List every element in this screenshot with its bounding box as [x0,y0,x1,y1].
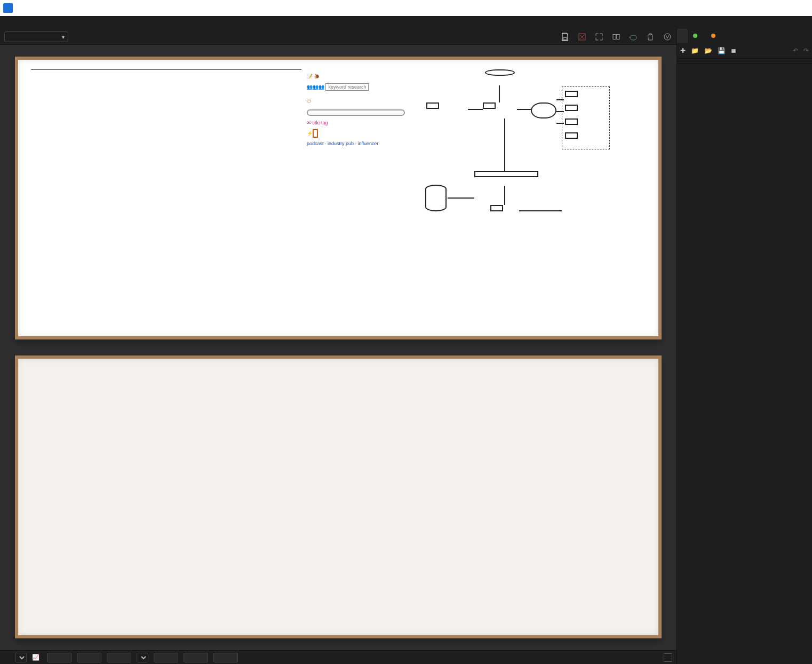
side-panel: ✚ 📁 📂 💾 ≣ ↶ ↷ [676,29,812,664]
svg-rect-3 [617,34,619,39]
red-channel-toggle[interactable] [75,33,83,41]
status-dot-icon [693,34,697,38]
app-window: 📝 🐌 👥👥👥 keyword research 🛡 ✉ title tag ⚡… [0,0,812,664]
title-bar[interactable] [0,0,812,16]
hsv-h[interactable] [154,653,178,662]
zoom-select[interactable] [15,653,27,662]
tab-status[interactable] [688,29,706,43]
svg-rect-2 [613,34,616,39]
rendered-whiteboard: 📝 🐌 👥👥👥 keyword research 🛡 ✉ title tag ⚡… [15,57,662,339]
save-layer-icon[interactable]: 💾 [718,47,726,54]
undo-icon[interactable]: ↶ [793,47,798,54]
tab-log[interactable] [706,29,724,43]
status-bar: 📈 [0,650,676,664]
blue-channel-toggle[interactable] [98,33,107,41]
mono-channel-toggle[interactable] [110,33,118,41]
node-customer [426,102,439,109]
trash-icon[interactable] [646,32,655,42]
whiteboard-title [31,69,301,70]
add-layer-icon[interactable]: ✚ [680,47,686,54]
doodle-click [307,109,405,116]
raw-g[interactable] [77,653,101,662]
chevron-down-icon [62,33,65,41]
green-channel-toggle[interactable] [86,33,95,41]
teapot-icon[interactable] [628,32,638,42]
doodle-fast [313,129,318,138]
raw-b[interactable] [107,653,131,662]
viewport-toolbar [0,29,676,45]
folder-icon[interactable]: 📁 [691,47,699,54]
menu-bar [0,16,812,29]
tab-layers[interactable] [677,29,688,43]
hsv-v[interactable] [213,653,238,662]
close-window-button[interactable] [787,0,812,16]
svg-rect-0 [563,37,567,39]
redo-icon[interactable]: ↷ [803,47,809,54]
whiteboard-diagram [410,69,646,327]
log-dot-icon [711,34,715,38]
node-portal [490,205,503,211]
color-mode-select[interactable] [137,653,148,662]
close-image-icon[interactable] [577,32,587,42]
node-product [483,102,496,109]
vray-logo-icon[interactable] [663,32,672,42]
render-viewport[interactable]: 📝 🐌 👥👥👥 keyword research 🛡 ✉ title tag ⚡… [0,45,676,650]
compare-icon[interactable] [611,32,621,42]
node-api [531,102,556,118]
rendered-moodboard [15,355,662,638]
node-selfservice [474,171,538,177]
raw-r[interactable] [47,653,71,662]
restore-down-button[interactable] [698,0,722,16]
region-render-icon[interactable] [594,32,604,42]
attributes-header [677,64,812,70]
node-sales [485,69,515,76]
maximize-button[interactable] [763,0,787,16]
hsv-s[interactable] [184,653,208,662]
list-icon[interactable]: ≣ [731,47,736,54]
folder-open-icon[interactable]: 📂 [704,47,712,54]
channel-select[interactable] [4,31,68,42]
rgb-toggle-group [75,33,118,41]
minimize-button[interactable] [738,0,763,16]
vray-logo-icon [3,3,13,13]
svg-point-4 [664,34,671,40]
save-icon[interactable] [560,32,570,42]
